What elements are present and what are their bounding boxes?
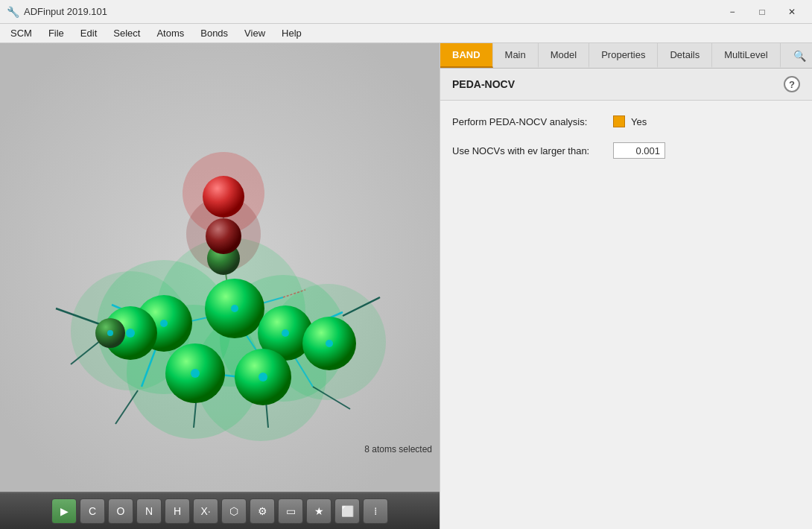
nocv-threshold-input[interactable]: [613, 142, 665, 159]
toolbar-oxygen-button[interactable]: O: [108, 498, 133, 524]
toolbar-ring-button[interactable]: ⬡: [221, 498, 247, 524]
toolbar-gear-button[interactable]: ⚙: [250, 498, 275, 524]
panel-body: Perform PEDA-NOCV analysis: Yes Use NOCV…: [440, 101, 812, 174]
panel-content: PEDA-NOCV ? Perform PEDA-NOCV analysis: …: [440, 69, 812, 529]
nocv-threshold-value: [613, 142, 665, 159]
menu-item-bonds[interactable]: Bonds: [193, 25, 235, 41]
viewer-panel: 8 atoms selected ▶CONHX·⬡⚙▭★⬜⁞: [0, 43, 440, 529]
tab-search-icon[interactable]: 🔍: [787, 47, 812, 65]
tab-model[interactable]: Model: [539, 43, 589, 68]
svg-point-40: [191, 369, 200, 378]
peda-nocv-label: Perform PEDA-NOCV analysis:: [452, 116, 601, 127]
viewer-status: 8 atoms selected: [364, 444, 432, 454]
toolbar-cursor-button[interactable]: ▶: [51, 498, 77, 524]
title-text: ADFinput 2019.101: [24, 6, 107, 17]
toolbar-nitrogen-button[interactable]: N: [136, 498, 162, 524]
tab-details[interactable]: Details: [658, 43, 712, 68]
toolbar-dots-button[interactable]: ⁞: [363, 498, 388, 524]
menu-item-edit[interactable]: Edit: [73, 25, 104, 41]
help-button[interactable]: ?: [784, 76, 800, 92]
title-left: 🔧 ADFinput 2019.101: [6, 5, 107, 19]
tab-bar: BANDMainModelPropertiesDetailsMultiLevel…: [440, 43, 812, 69]
nocv-threshold-label: Use NOCVs with ev larger than:: [452, 145, 601, 156]
menu-item-help[interactable]: Help: [274, 25, 309, 41]
svg-point-42: [231, 305, 238, 312]
viewer-canvas[interactable]: 8 atoms selected: [0, 43, 440, 492]
menu-bar: SCMFileEditSelectAtomsBondsViewHelp: [0, 24, 812, 43]
title-bar: 🔧 ADFinput 2019.101 − □ ✕: [0, 0, 812, 24]
toolbar-box-button[interactable]: ⬜: [334, 498, 360, 524]
svg-point-44: [282, 329, 289, 337]
minimize-button[interactable]: −: [718, 1, 746, 22]
menu-item-scm[interactable]: SCM: [3, 25, 39, 41]
peda-nocv-value: Yes: [613, 115, 647, 127]
toolbar-rectangle-button[interactable]: ▭: [278, 498, 303, 524]
nocv-threshold-row: Use NOCVs with ev larger than:: [452, 142, 800, 159]
menu-item-view[interactable]: View: [237, 25, 273, 41]
right-panel: BANDMainModelPropertiesDetailsMultiLevel…: [440, 43, 812, 529]
maximize-button[interactable]: □: [748, 1, 776, 22]
tab-multilevel[interactable]: MultiLevel: [712, 43, 781, 68]
svg-point-37: [203, 176, 244, 218]
svg-point-45: [326, 340, 333, 347]
app-icon: 🔧: [6, 5, 19, 19]
peda-nocv-row: Perform PEDA-NOCV analysis: Yes: [452, 115, 800, 127]
menu-item-atoms[interactable]: Atoms: [149, 25, 191, 41]
main-content: 8 atoms selected ▶CONHX·⬡⚙▭★⬜⁞ BANDMainM…: [0, 43, 812, 529]
panel-title: PEDA-NOCV: [452, 78, 515, 90]
toolbar-hydrogen-button[interactable]: H: [165, 498, 190, 524]
yes-label: Yes: [631, 116, 647, 127]
svg-point-39: [126, 329, 135, 338]
svg-point-46: [107, 330, 113, 336]
toolbar-carbon-button[interactable]: C: [80, 498, 105, 524]
panel-title-bar: PEDA-NOCV ?: [440, 69, 812, 101]
menu-item-file[interactable]: File: [41, 25, 72, 41]
svg-point-38: [206, 218, 241, 254]
yes-checkbox[interactable]: [613, 115, 625, 127]
tab-properties[interactable]: Properties: [589, 43, 658, 68]
svg-point-43: [258, 373, 267, 381]
window-controls: − □ ✕: [718, 1, 806, 22]
tab-band[interactable]: BAND: [440, 43, 493, 68]
toolbar-star-button[interactable]: ★: [306, 498, 332, 524]
toolbar-custom-button[interactable]: X·: [193, 498, 218, 524]
menu-item-select[interactable]: Select: [106, 25, 148, 41]
close-button[interactable]: ✕: [778, 1, 806, 22]
svg-point-41: [160, 320, 168, 327]
bottom-toolbar: ▶CONHX·⬡⚙▭★⬜⁞: [0, 492, 440, 529]
tab-main[interactable]: Main: [493, 43, 539, 68]
